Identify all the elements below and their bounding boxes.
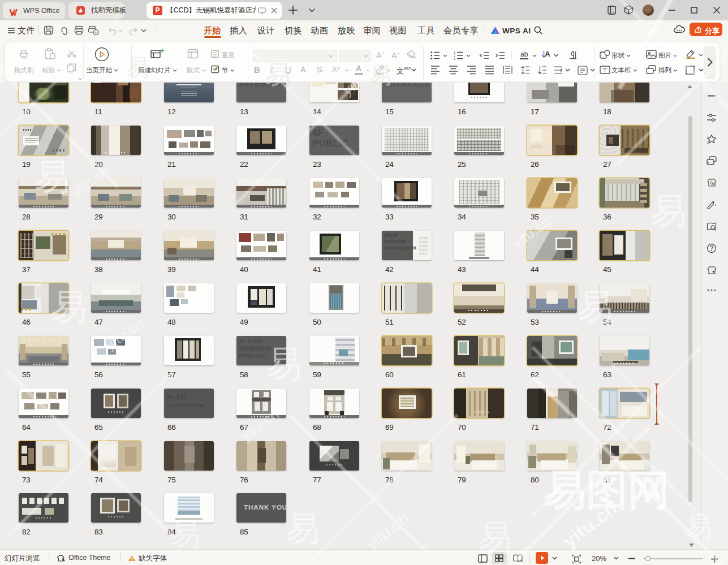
svg-text:3: 3 [454, 57, 455, 60]
